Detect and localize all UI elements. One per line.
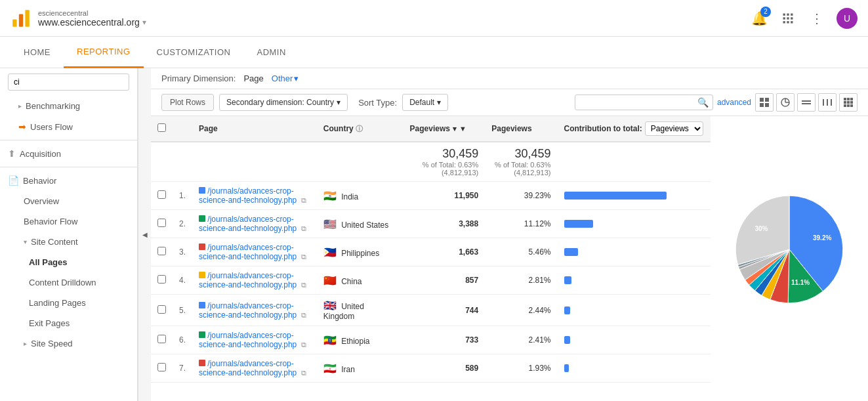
ga-logo [10,8,31,29]
sidebar-item-exit-pages[interactable]: Exit Pages [0,313,137,333]
sidebar-label-benchmarking: Benchmarking [26,101,80,111]
page-link[interactable]: /journals/advances-crop-science-and-tech… [199,243,297,261]
column-view-icon[interactable] [818,93,837,112]
sidebar-item-benchmarking[interactable]: ▸ Benchmarking [0,96,137,116]
user-avatar[interactable]: U [837,8,858,29]
other-dimension-btn[interactable]: Other ▾ [272,74,299,83]
pie-chart: 39.2%11.1%30% [724,184,855,315]
page-link-icon[interactable]: ⧉ [301,341,306,348]
row-pageviews1: 11,950 [403,182,486,210]
pie-chart-container: 39.2%11.1%30% [711,116,868,383]
secondary-dimension-dropdown[interactable]: Secondary dimension: Country ▾ [219,94,348,111]
page-link[interactable]: /journals/advances-crop-science-and-tech… [199,359,297,377]
page-link[interactable]: /journals/advances-crop-science-and-tech… [199,215,297,233]
row-checkbox-cell [151,354,173,383]
sidebar-search-container [0,68,137,96]
contribution-metric-select[interactable]: Pageviews [645,121,703,136]
page-link-icon[interactable]: ⧉ [301,224,306,232]
sidebar-item-all-pages[interactable]: All Pages [0,252,137,272]
row-checkbox[interactable] [157,247,166,255]
sidebar-item-overview[interactable]: Overview [0,191,137,211]
svg-rect-25 [847,98,850,100]
table-header-row: Page Country ⓘ Pageviews ▾ ▼ [151,116,711,142]
row-checkbox[interactable] [157,275,166,284]
view-icons-group [755,93,858,112]
row-checkbox[interactable] [157,219,166,227]
svg-rect-5 [791,13,793,15]
svg-rect-21 [823,99,824,106]
select-all-checkbox[interactable] [157,123,166,132]
sort-dropdown-icon[interactable]: ▾ [453,125,457,133]
search-icon[interactable]: 🔍 [697,97,709,108]
page-link[interactable]: /journals/advances-crop-science-and-tech… [199,301,297,320]
nav-home[interactable]: HOME [10,37,64,68]
row-checkbox-cell [151,210,173,238]
row-checkbox[interactable] [157,335,166,343]
header-country: Country ⓘ [317,116,403,142]
sidebar-item-landing-pages[interactable]: Landing Pages [0,293,137,313]
nav-admin[interactable]: ADMIN [243,37,299,68]
nav-reporting[interactable]: REPORTING [64,37,144,68]
page-link[interactable]: /journals/advances-crop-science-and-tech… [199,186,297,205]
page-link-icon[interactable]: ⧉ [301,369,306,377]
row-page-cell: /journals/advances-crop-science-and-tech… [192,326,317,354]
row-pageviews1: 3,388 [403,210,486,238]
bar-view-icon[interactable] [797,93,816,112]
sidebar-divider [0,140,137,140]
contribution-bar [564,364,569,372]
sidebar-item-acquisition[interactable]: ⬆ Acquisition [0,143,137,164]
header-checkbox [151,116,173,142]
svg-rect-24 [844,98,846,100]
top-bar: esciencecentral www.esciencecentral.org … [0,0,868,37]
page-link-icon[interactable]: ⧉ [301,281,306,289]
table-view-icon[interactable] [755,93,774,112]
row-checkbox[interactable] [157,305,166,314]
row-color-indicator [199,331,205,338]
primary-dimension-toolbar: Primary Dimension: Page Other ▾ [151,68,868,89]
row-checkbox[interactable] [157,190,166,199]
row-checkbox[interactable] [157,363,166,371]
sidebar-collapse-button[interactable]: ◀ [138,68,151,401]
table-search-input[interactable] [579,98,697,107]
page-dimension-btn[interactable]: Page [243,74,263,83]
sidebar-item-site-content[interactable]: ▾ Site Content [0,232,137,252]
more-options-button[interactable]: ⋮ [808,9,826,28]
sidebar-item-behavior[interactable]: 📄 Behavior [0,170,137,191]
svg-rect-30 [844,104,846,107]
notifications-button[interactable]: 🔔 2 [750,9,768,28]
sidebar-search-input[interactable] [8,74,129,91]
header-contribution: Contribution to total: Pageviews [558,116,711,142]
svg-rect-7 [787,17,789,19]
summary-pageviews1: 30,459 [410,147,479,161]
sidebar-item-site-speed[interactable]: ▸ Site Speed [0,333,137,354]
row-color-indicator [199,302,205,308]
sort-direction-icon[interactable]: ▼ [459,125,466,133]
contribution-bar [564,306,571,314]
sidebar-label-overview: Overview [24,196,59,206]
sort-type-dropdown[interactable]: Default ▾ [402,94,448,111]
page-link-icon[interactable]: ⧉ [301,311,306,319]
pie-view-icon[interactable] [776,93,795,112]
svg-rect-28 [847,101,850,104]
page-link-icon[interactable]: ⧉ [301,253,306,261]
row-page-cell: /journals/advances-crop-science-and-tech… [192,266,317,295]
sidebar-item-content-drilldown[interactable]: Content Drilldown [0,272,137,293]
grid-view-icon[interactable] [839,93,858,112]
nav-customization[interactable]: CUSTOMIZATION [144,37,244,68]
page-link[interactable]: /journals/advances-crop-science-and-tech… [199,331,297,349]
row-page-cell: /journals/advances-crop-science-and-tech… [192,238,317,266]
row-checkbox-cell [151,326,173,354]
country-flag: 🇮🇳 [323,190,337,201]
country-info-icon[interactable]: ⓘ [356,125,363,133]
apps-button[interactable] [779,9,797,28]
page-link[interactable]: /journals/advances-crop-science-and-tech… [199,271,297,289]
sidebar-item-behavior-flow[interactable]: Behavior Flow [0,211,137,232]
table-row: 6. /journals/advances-crop-science-and-t… [151,326,711,354]
plot-rows-button[interactable]: Plot Rows [161,94,214,111]
sidebar-label-exit-pages: Exit Pages [29,318,70,328]
sidebar-item-users-flow[interactable]: ➡ Users Flow [0,116,137,137]
site-url[interactable]: www.esciencecentral.org ▾ [38,17,146,28]
row-country-cell: 🇮🇷 Iran [317,354,403,383]
page-link-icon[interactable]: ⧉ [301,196,306,204]
advanced-link[interactable]: advanced [717,98,751,107]
